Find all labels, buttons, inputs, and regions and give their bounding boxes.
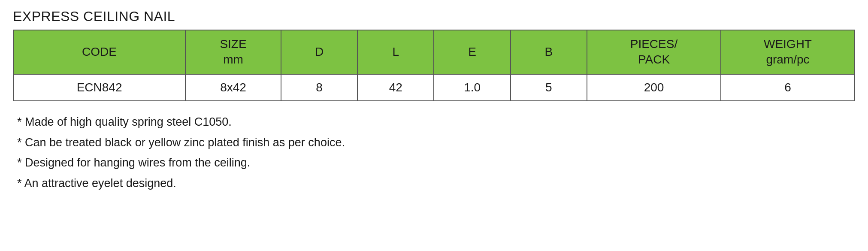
feature-item: * An attractive eyelet designed. xyxy=(17,175,855,192)
header-b: B xyxy=(511,30,587,74)
cell-l: 42 xyxy=(357,74,434,101)
header-pieces: PIECES/ PACK xyxy=(587,30,721,74)
features-list: * Made of high quality spring steel C105… xyxy=(13,114,855,192)
page-title: EXPRESS CEILING NAIL xyxy=(13,9,855,24)
header-code: CODE xyxy=(13,30,185,74)
table-row: ECN8428x428421.052006 xyxy=(13,74,855,101)
feature-item: * Can be treated black or yellow zinc pl… xyxy=(17,135,855,151)
header-d: D xyxy=(281,30,357,74)
cell-b: 5 xyxy=(511,74,587,101)
header-weight: WEIGHT gram/pc xyxy=(721,30,855,74)
cell-d: 8 xyxy=(281,74,357,101)
product-table: CODE SIZE mm D L E B PIECES/ PACK WEIGHT… xyxy=(13,30,855,101)
header-e: E xyxy=(434,30,510,74)
cell-code: ECN842 xyxy=(13,74,185,101)
cell-weight: 6 xyxy=(721,74,855,101)
cell-pieces: 200 xyxy=(587,74,721,101)
header-size: SIZE mm xyxy=(185,30,281,74)
cell-size: 8x42 xyxy=(185,74,281,101)
header-l: L xyxy=(357,30,434,74)
feature-item: * Designed for hanging wires from the ce… xyxy=(17,155,855,171)
cell-e: 1.0 xyxy=(434,74,510,101)
feature-item: * Made of high quality spring steel C105… xyxy=(17,114,855,130)
